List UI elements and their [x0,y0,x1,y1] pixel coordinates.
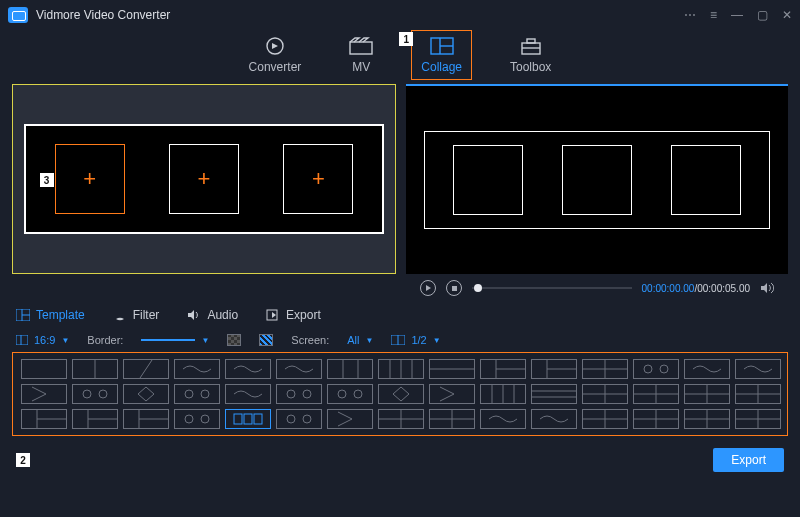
subtab-filter[interactable]: Filter [113,308,160,322]
template-option[interactable] [225,409,271,429]
svg-rect-12 [16,335,28,345]
collage-cell-3[interactable]: + [283,144,353,214]
svg-point-30 [644,365,652,373]
tab-collage[interactable]: 1 Collage [421,36,462,74]
svg-point-65 [303,415,311,423]
template-option[interactable] [378,409,424,429]
template-option[interactable] [531,384,577,404]
template-option[interactable] [276,359,322,379]
svg-rect-62 [244,414,252,424]
template-option[interactable] [378,384,424,404]
close-icon[interactable]: ✕ [782,8,792,22]
template-option[interactable] [123,384,169,404]
svg-rect-6 [527,39,535,43]
collage-cell-2[interactable]: + [169,144,239,214]
border-color-button[interactable] [227,334,241,346]
template-option[interactable] [480,384,526,404]
template-option[interactable] [174,359,220,379]
template-option[interactable] [735,384,781,404]
template-option[interactable] [429,409,475,429]
menu-icon[interactable]: ≡ [710,8,717,22]
subtab-template[interactable]: Template [16,308,85,322]
template-option[interactable] [72,359,118,379]
template-option[interactable] [633,359,679,379]
template-option[interactable] [327,359,373,379]
template-option[interactable] [684,409,730,429]
audio-icon [187,309,201,321]
svg-point-31 [660,365,668,373]
template-option[interactable] [480,409,526,429]
template-option[interactable] [429,359,475,379]
template-option[interactable] [684,359,730,379]
subtab-label: Audio [207,308,238,322]
subtab-export[interactable]: Export [266,308,321,322]
template-option[interactable] [480,359,526,379]
callout-2: 2 [16,453,30,467]
template-option[interactable] [327,384,373,404]
stop-button[interactable] [446,280,462,296]
play-button[interactable] [420,280,436,296]
svg-point-60 [201,415,209,423]
template-option[interactable] [429,384,475,404]
template-icon [16,309,30,321]
svg-rect-1 [350,42,372,54]
template-option[interactable] [72,384,118,404]
template-option[interactable] [327,409,373,429]
export-button[interactable]: Export [713,448,784,472]
toolbox-icon [519,36,543,56]
border-pattern-button[interactable] [259,334,273,346]
template-option[interactable] [174,409,220,429]
add-media-icon: + [83,166,96,192]
template-option[interactable] [684,384,730,404]
app-title: Vidmore Video Converter [36,8,170,22]
template-option[interactable] [276,409,322,429]
template-option[interactable] [21,384,67,404]
template-option[interactable] [582,359,628,379]
template-option[interactable] [21,409,67,429]
template-grid [12,352,788,436]
screen-dropdown[interactable]: All▼ [347,334,373,346]
subtab-audio[interactable]: Audio [187,308,238,322]
template-option[interactable] [276,384,322,404]
svg-point-59 [185,415,193,423]
template-option[interactable] [123,359,169,379]
split-dropdown[interactable]: 1/2▼ [391,334,440,346]
svg-point-32 [83,390,91,398]
seek-bar[interactable] [472,287,632,289]
feedback-icon[interactable]: ⋯ [684,8,696,22]
template-option[interactable] [174,384,220,404]
tab-converter[interactable]: Converter [249,36,302,74]
svg-point-64 [287,415,295,423]
tab-toolbox[interactable]: Toolbox [510,36,551,74]
tab-label: Collage [421,60,462,74]
template-option[interactable] [633,384,679,404]
preview-pane [406,84,788,274]
template-option[interactable] [378,359,424,379]
template-option[interactable] [21,359,67,379]
aspect-ratio-dropdown[interactable]: 16:9▼ [16,334,69,346]
template-option[interactable] [531,409,577,429]
svg-point-36 [287,390,295,398]
template-option[interactable] [735,359,781,379]
template-option[interactable] [735,409,781,429]
template-option[interactable] [225,384,271,404]
svg-line-17 [140,360,152,378]
template-option[interactable] [225,359,271,379]
converter-icon [263,36,287,56]
template-option[interactable] [633,409,679,429]
maximize-icon[interactable]: ▢ [757,8,768,22]
svg-point-39 [354,390,362,398]
collage-editor[interactable]: 3 + + + [12,84,396,274]
border-style-dropdown[interactable]: ▼ [141,336,209,345]
template-option[interactable] [582,384,628,404]
volume-icon[interactable] [760,282,774,294]
svg-point-35 [201,390,209,398]
template-option[interactable] [72,409,118,429]
template-option[interactable] [531,359,577,379]
app-logo [8,7,28,23]
tab-mv[interactable]: MV [349,36,373,74]
minimize-icon[interactable]: — [731,8,743,22]
template-option[interactable] [123,409,169,429]
template-option[interactable] [582,409,628,429]
collage-cell-1[interactable]: 3 + [55,144,125,214]
